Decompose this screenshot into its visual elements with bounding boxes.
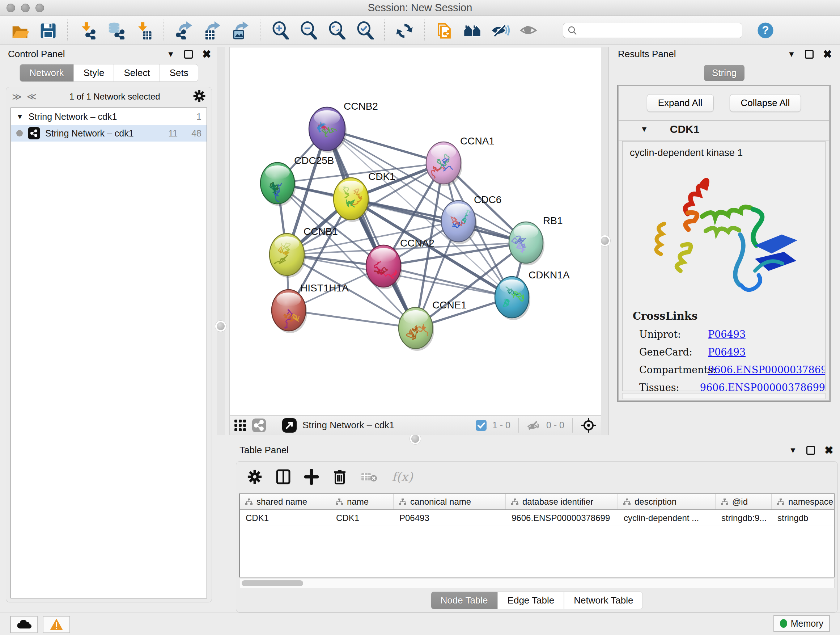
- node-RB1[interactable]: RB1: [509, 215, 562, 265]
- column-header-name[interactable]: name: [330, 494, 393, 509]
- table-cell[interactable]: cyclin-dependent ...: [618, 510, 715, 526]
- collapse-all-networks-icon[interactable]: ≫: [12, 91, 21, 103]
- tab-select[interactable]: Select: [114, 64, 159, 82]
- delete-column-icon[interactable]: [332, 469, 347, 485]
- save-session-button[interactable]: [38, 21, 57, 40]
- node-HIST1H1A[interactable]: HIST1H1A: [272, 282, 349, 334]
- tab-node-table[interactable]: Node Table: [431, 592, 498, 609]
- tab-edge-table[interactable]: Edge Table: [498, 592, 564, 609]
- control-panel-menu-icon[interactable]: ▼: [167, 50, 175, 59]
- node-CCNB2[interactable]: CCNB2: [309, 101, 378, 153]
- export-image-button[interactable]: [231, 21, 249, 40]
- grid-view-icon[interactable]: [234, 419, 246, 432]
- right-splitter[interactable]: [601, 47, 609, 435]
- warnings-button[interactable]: [43, 616, 70, 633]
- node-CDC6[interactable]: CDC6: [441, 194, 501, 244]
- table-row[interactable]: CDK1CDK1P064939606.ENSP00000378699cyclin…: [240, 510, 834, 526]
- table-panel-close-icon[interactable]: ✖: [824, 446, 834, 455]
- network-row[interactable]: String Network – cdk1 11 48: [11, 125, 207, 141]
- tab-sets[interactable]: Sets: [160, 64, 198, 82]
- tab-network-table[interactable]: Network Table: [564, 592, 643, 609]
- network-collection-row[interactable]: ▼ String Network – cdk1 1: [11, 108, 207, 125]
- import-network-button[interactable]: [78, 21, 97, 40]
- table-cell[interactable]: CDK1: [330, 510, 393, 526]
- tab-string[interactable]: String: [704, 65, 745, 81]
- hidden-eye-icon[interactable]: [527, 419, 540, 432]
- minimize-window-button[interactable]: [21, 4, 30, 12]
- help-button[interactable]: ?: [756, 21, 775, 40]
- zoom-selected-button[interactable]: [355, 21, 374, 40]
- edge[interactable]: [289, 310, 416, 328]
- window-controls[interactable]: [6, 4, 44, 12]
- import-database-button[interactable]: [106, 21, 125, 40]
- cloud-button[interactable]: [10, 616, 38, 633]
- table-panel-menu-icon[interactable]: ▼: [789, 446, 797, 455]
- zoom-in-button[interactable]: [271, 21, 289, 40]
- function-builder-icon[interactable]: f(x): [392, 470, 413, 484]
- table-cell[interactable]: P06493: [393, 510, 506, 526]
- search-box[interactable]: [563, 23, 742, 38]
- column-header-database-identifier[interactable]: database identifier: [506, 494, 618, 509]
- search-input[interactable]: [577, 25, 737, 35]
- column-header-id[interactable]: @id: [715, 494, 772, 509]
- zoom-window-button[interactable]: [35, 4, 44, 12]
- column-header-canonical-name[interactable]: canonical name: [393, 494, 506, 509]
- control-panel-float-icon[interactable]: [184, 50, 193, 59]
- table-cell[interactable]: stringdb: [772, 510, 835, 526]
- results-scrollbar[interactable]: [622, 393, 826, 399]
- column-header-description[interactable]: description: [618, 494, 715, 509]
- export-network-button[interactable]: [174, 21, 193, 40]
- results-panel-menu-icon[interactable]: ▼: [788, 50, 796, 59]
- hide-selected-button[interactable]: [491, 21, 510, 40]
- results-panel-float-icon[interactable]: [805, 50, 813, 59]
- table-hscrollbar[interactable]: [239, 579, 835, 588]
- bottom-splitter[interactable]: [229, 434, 601, 443]
- crosslink-link[interactable]: P06493: [708, 329, 745, 340]
- export-table-button[interactable]: [202, 21, 221, 40]
- results-panel-close-icon[interactable]: ✖: [823, 50, 832, 59]
- zoom-out-button[interactable]: [299, 21, 317, 40]
- column-header-shared-name[interactable]: shared name: [240, 494, 330, 509]
- table-cell[interactable]: 9606.ENSP00000378699: [506, 510, 618, 526]
- network-options-gear-icon[interactable]: [193, 89, 206, 104]
- node-table[interactable]: shared namenamecanonical namedatabase id…: [239, 494, 835, 578]
- crosshair-icon[interactable]: [581, 417, 597, 433]
- left-splitter-handle[interactable]: [215, 321, 226, 332]
- close-window-button[interactable]: [6, 4, 15, 12]
- table-panel-float-icon[interactable]: [806, 446, 815, 455]
- refresh-button[interactable]: [395, 21, 414, 40]
- clone-network-button[interactable]: [435, 21, 454, 40]
- left-splitter[interactable]: [217, 47, 225, 435]
- show-all-button[interactable]: [519, 21, 538, 40]
- table-settings-gear-icon[interactable]: [247, 469, 262, 485]
- expand-all-networks-icon[interactable]: ≫: [27, 91, 36, 103]
- crosslink-link[interactable]: 9606.ENSP00000378699: [700, 382, 825, 391]
- tab-network[interactable]: Network: [19, 64, 73, 82]
- import-table-button[interactable]: [134, 21, 153, 40]
- table-cell[interactable]: CDK1: [240, 510, 330, 526]
- table-cell[interactable]: stringdb:9...: [715, 510, 772, 526]
- collection-expander-icon[interactable]: ▼: [16, 112, 24, 121]
- show-columns-icon[interactable]: [276, 469, 291, 485]
- selected-checkbox-icon[interactable]: [476, 420, 486, 431]
- collapse-all-button[interactable]: Collapse All: [729, 94, 801, 112]
- crosslink-link[interactable]: 9606.ENSP00000378699: [708, 364, 826, 375]
- tab-style[interactable]: Style: [74, 64, 114, 82]
- gene-expander-icon[interactable]: ▼: [640, 125, 648, 134]
- gene-section-header[interactable]: ▼ CDK1: [619, 118, 829, 141]
- network-canvas[interactable]: CCNB2 CCNA1 CDC25B CDK1 CDC6 RB1: [229, 47, 601, 416]
- delete-table-icon[interactable]: [361, 470, 378, 483]
- home-button[interactable]: [463, 21, 482, 40]
- open-session-button[interactable]: [10, 21, 29, 40]
- control-panel-close-icon[interactable]: ✖: [202, 50, 211, 59]
- zoom-fit-button[interactable]: [327, 21, 346, 40]
- network-share-icon[interactable]: [252, 418, 266, 432]
- crosslink-link[interactable]: P06493: [708, 347, 745, 358]
- node-CDKN1A[interactable]: CDKN1A: [495, 269, 570, 320]
- node-CCNE1[interactable]: CCNE1: [399, 299, 467, 351]
- edge[interactable]: [351, 199, 526, 242]
- column-header-namespace[interactable]: namespace: [772, 494, 835, 509]
- table-hscrollbar-thumb[interactable]: [242, 580, 303, 586]
- add-column-icon[interactable]: [304, 469, 319, 485]
- memory-button[interactable]: Memory: [774, 615, 830, 632]
